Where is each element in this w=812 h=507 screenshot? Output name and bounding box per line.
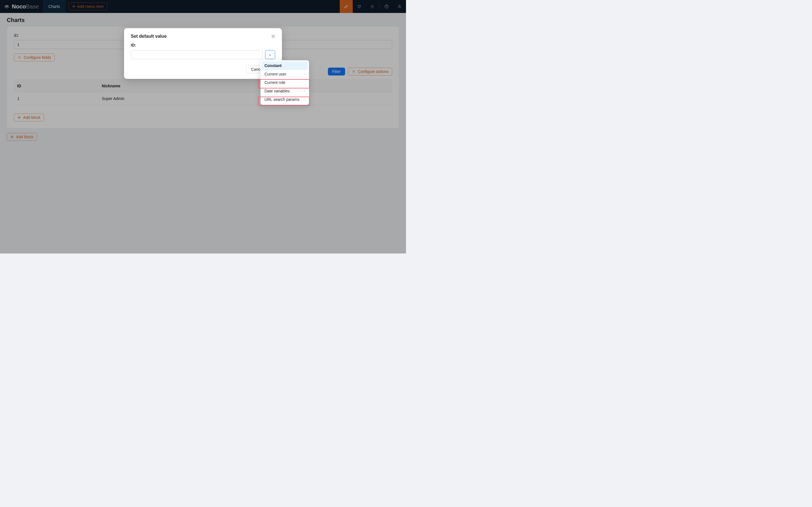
dropdown-item-current-role[interactable]: Current role [262, 78, 308, 87]
modal-close-button[interactable] [271, 34, 275, 38]
set-default-value-modal: Set default value ID: x Cancel Submit [124, 28, 282, 79]
chevron-right-icon: › [304, 89, 305, 93]
variable-dropdown: Constant Current user › Current role Dat… [260, 60, 309, 105]
chevron-right-icon: › [304, 72, 305, 76]
dropdown-item-url-search-params[interactable]: URL search params › [262, 95, 308, 104]
chevron-right-icon: › [304, 98, 305, 101]
modal-title: Set default value [131, 34, 167, 39]
default-value-input[interactable] [131, 50, 263, 59]
dropdown-item-label: Date variables [264, 89, 290, 93]
modal-field-label: ID: [131, 43, 275, 47]
dropdown-item-label: Current user [264, 72, 287, 76]
close-icon [271, 34, 275, 38]
dropdown-item-date-variables[interactable]: Date variables › [262, 87, 308, 95]
variable-toggle-button[interactable]: x [265, 50, 275, 59]
dropdown-item-label: Constant [264, 63, 282, 68]
dropdown-item-constant[interactable]: Constant [262, 61, 308, 70]
dropdown-item-label: Current role [264, 80, 285, 85]
variable-icon: x [269, 52, 271, 57]
dropdown-item-label: URL search params [264, 97, 299, 102]
dropdown-item-current-user[interactable]: Current user › [262, 70, 308, 78]
